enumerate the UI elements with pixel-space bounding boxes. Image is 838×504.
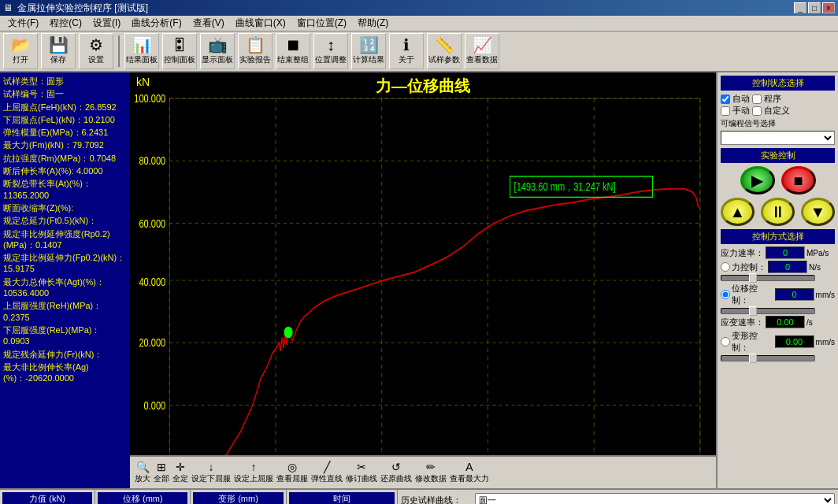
display-panel-button[interactable]: 📺 显示面板 xyxy=(200,33,235,69)
set-upper-yield-tool[interactable]: ↑ 设定上屈服 xyxy=(234,461,273,484)
disp-control-radio[interactable] xyxy=(721,290,730,299)
close-button[interactable]: × xyxy=(822,2,835,13)
save-button[interactable]: 💾 保存 xyxy=(41,33,76,69)
force-slider-thumb[interactable] xyxy=(749,273,757,283)
stop-button[interactable]: ■ xyxy=(781,166,816,195)
elastic-line-tool[interactable]: ╱ 弹性直线 xyxy=(311,461,343,484)
upper-yield-strength-row: 上屈服强度(ReH)(MPa)：0.2375 xyxy=(3,300,127,323)
manual-checkbox-row: 手动 自定义 xyxy=(721,105,835,117)
elastic-modulus-row: 弹性模量(E)(MPa)：6.2431 xyxy=(3,127,127,138)
deformation-title: 变形 (mm) xyxy=(193,492,283,504)
view-max-force-tool[interactable]: A 查看最大力 xyxy=(450,461,489,484)
restore-curve-tool[interactable]: ↺ 还原曲线 xyxy=(380,461,412,484)
menu-settings[interactable]: 设置(I) xyxy=(88,16,125,31)
strain-rate-row: 应变速率： /s xyxy=(721,316,835,328)
elongation-row: 断后伸长率(A)(%): 4.0000 xyxy=(3,165,127,176)
down-button[interactable]: ▼ xyxy=(801,198,835,226)
deform-control-row: 变形控制： mm/s xyxy=(721,330,835,354)
open-button[interactable]: 📂 打开 xyxy=(3,33,38,69)
settings-button[interactable]: ⚙ 设置 xyxy=(79,33,113,69)
deform-slider-thumb[interactable] xyxy=(749,354,757,363)
auto-checkbox[interactable] xyxy=(721,94,730,104)
sample-id-row: 试样编号：固一 xyxy=(3,88,127,99)
maximize-button[interactable]: □ xyxy=(808,2,821,13)
hist-curve-select[interactable]: 圆一 xyxy=(475,493,835,504)
custom-checkbox[interactable] xyxy=(752,106,762,116)
main-area: 试样类型：圆形 试样编号：固一 上屈服点(FeH)(kN)：26.8592 下屈… xyxy=(0,72,838,488)
results-panel-button[interactable]: 📊 结果面板 xyxy=(124,33,159,69)
total-ext-force-row: 规定总延力(Ft0.5)(kN)： xyxy=(3,215,127,226)
disp-control-input[interactable] xyxy=(775,288,814,301)
program-checkbox[interactable] xyxy=(752,94,762,104)
up-button[interactable]: ▲ xyxy=(721,198,755,226)
menu-window-pos[interactable]: 窗口位置(Z) xyxy=(292,16,351,31)
svg-text:60.000: 60.000 xyxy=(139,217,165,230)
max-nonprop-elongation-row: 最大非比例伸长率(Ag)(%)：-20620.0000 xyxy=(3,361,127,384)
toolbar-separator-1 xyxy=(118,35,120,67)
left-panel: 试样类型：圆形 试样编号：固一 上屈服点(FeH)(kN)：26.8592 下屈… xyxy=(0,72,130,488)
svg-text:20.000: 20.000 xyxy=(139,336,165,350)
position-adjust-button[interactable]: ↕ 位置调整 xyxy=(313,33,348,69)
lower-yield-strength-row: 下屈服强度(ReL)(MPa)：0.0903 xyxy=(3,324,127,347)
minimize-button[interactable]: _ xyxy=(794,2,806,13)
report-button[interactable]: 📋 实验报告 xyxy=(238,33,273,69)
custom-label: 自定义 xyxy=(764,105,790,117)
edit-data-tool[interactable]: ✏ 修改数据 xyxy=(415,461,447,484)
menu-help[interactable]: 帮助(Z) xyxy=(353,16,393,31)
strain-rate-unit: /s xyxy=(806,318,813,327)
svg-text:80.000: 80.000 xyxy=(139,154,165,168)
sample-type-row: 试样类型：圆形 xyxy=(3,76,127,87)
pause-button[interactable]: ⏸ xyxy=(761,198,795,226)
force-control-radio[interactable] xyxy=(721,262,730,272)
chart-area: kN 力—位移曲线 100.000 80.000 xyxy=(130,72,716,488)
deform-control-label: 变形控制： xyxy=(732,330,773,354)
full-set-tool[interactable]: ✛ 全定 xyxy=(172,461,188,484)
revise-curve-tool[interactable]: ✂ 修订曲线 xyxy=(346,461,377,484)
svg-text:40.000: 40.000 xyxy=(139,275,165,288)
deform-slider-track[interactable] xyxy=(721,355,815,361)
start-button[interactable]: ▶ xyxy=(740,166,775,195)
strain-rate-input[interactable] xyxy=(766,316,805,328)
area-reduction-row: 断面收缩率(Z)(%): xyxy=(3,202,127,213)
menu-curve-window[interactable]: 曲线窗口(X) xyxy=(231,16,291,31)
menu-curve-analysis[interactable]: 曲线分析(F) xyxy=(127,16,186,31)
force-control-row: 力控制： N/s xyxy=(721,261,835,273)
time-readout: 时间 00:00:00 xyxy=(287,490,398,504)
zoom-in-tool[interactable]: 🔍 放大 xyxy=(135,461,150,484)
upper-yield-row: 上屈服点(FeH)(kN)：26.8592 xyxy=(3,102,127,113)
total-elongation-row: 断裂总带长率(At)(%)：11365.2000 xyxy=(3,178,127,201)
menu-file[interactable]: 文件(F) xyxy=(3,16,43,31)
force-slider-track[interactable] xyxy=(721,275,815,281)
proof-force-row: 规定非比例延伸力(Fp0.2)(kN)：15.9175 xyxy=(3,252,127,275)
disp-control-label: 位移控制： xyxy=(732,283,773,306)
menu-program[interactable]: 程控(C) xyxy=(45,16,87,31)
calc-results-button[interactable]: 🔢 计算结果 xyxy=(351,33,386,69)
zoom-all-tool[interactable]: ⊞ 全部 xyxy=(154,461,169,484)
view-data-button[interactable]: 📈 查看数据 xyxy=(465,33,499,69)
menu-view[interactable]: 查看(V) xyxy=(188,16,229,31)
control-panel-button[interactable]: 🎛 控制面板 xyxy=(162,33,197,69)
svg-text:[1493.60 mm，31.247 kN]: [1493.60 mm，31.247 kN] xyxy=(514,180,616,194)
view-yield-tool[interactable]: ◎ 查看屈服 xyxy=(276,461,308,484)
svg-text:100.000: 100.000 xyxy=(134,92,165,106)
end-group-button[interactable]: ⏹ 结束整组 xyxy=(276,33,310,69)
about-button[interactable]: ℹ 关于 xyxy=(389,33,424,69)
deform-control-radio[interactable] xyxy=(721,337,730,346)
stress-rate-unit: MPa/s xyxy=(806,249,829,258)
history-panel: 历史试样曲线： 圆一 当前试样编号： kz001 选定自定义方案： xyxy=(398,490,838,504)
control-status-title: 控制状态选择 xyxy=(721,76,835,91)
hist-curve-row: 历史试样曲线： 圆一 xyxy=(401,493,835,504)
disp-slider-thumb[interactable] xyxy=(749,306,757,316)
manual-checkbox[interactable] xyxy=(721,106,730,116)
prog-select-dropdown[interactable] xyxy=(721,131,835,145)
set-lower-yield-tool[interactable]: ↓ 设定下屈服 xyxy=(191,461,231,484)
deform-control-input[interactable] xyxy=(775,335,814,348)
disp-slider-track[interactable] xyxy=(721,308,815,314)
strain-rate-label: 应变速率： xyxy=(721,317,764,328)
disp-control-row: 位移控制： mm/s xyxy=(721,283,835,306)
program-label: 程序 xyxy=(764,93,781,105)
menu-bar: 文件(F) 程控(C) 设置(I) 曲线分析(F) 查看(V) 曲线窗口(X) … xyxy=(0,16,838,32)
sample-params-button[interactable]: 📏 试样参数 xyxy=(427,33,462,69)
stress-rate-input[interactable] xyxy=(766,246,805,259)
force-control-input[interactable] xyxy=(768,261,807,273)
